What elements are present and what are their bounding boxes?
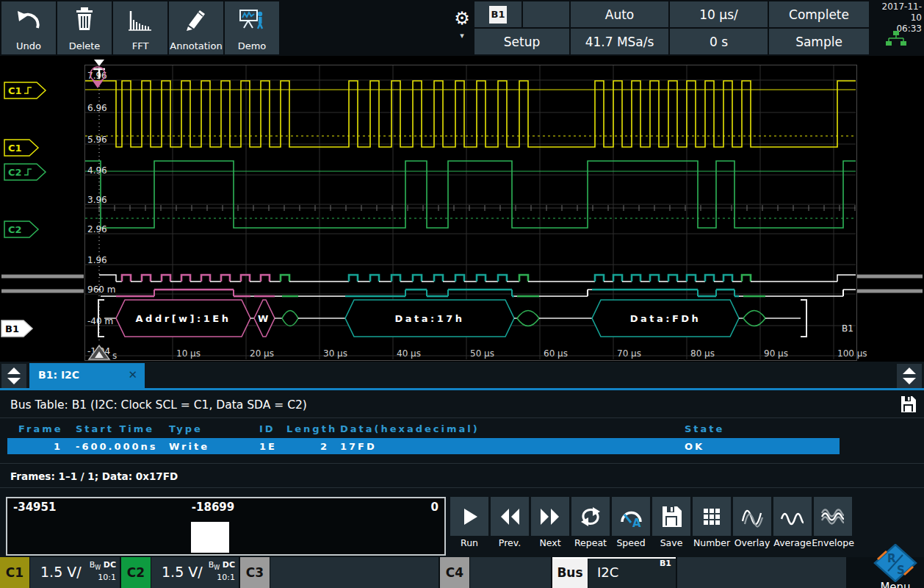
delete-button[interactable]: Delete (57, 1, 112, 54)
bus-badge[interactable]: Bus (552, 557, 588, 588)
bus-panel-highlight (552, 557, 676, 559)
sample-rate-cell[interactable]: 41.7 MSa/s (571, 29, 668, 54)
col-header-start-time: Start Time (76, 423, 154, 434)
envelope-button[interactable] (814, 497, 852, 536)
waveform-display[interactable]: Addr[w]:1EhWData:17hData:FDhB1C1C1C2C2B1… (0, 56, 924, 362)
tab-scroll-left-button[interactable] (1, 364, 26, 388)
scl-digital-pulse (261, 275, 270, 282)
channel-panel-c1[interactable]: 1.5 V/ BW DC 10:1 (30, 557, 120, 588)
scl-digital-pulse (498, 275, 507, 282)
col-header-type: Type (169, 423, 203, 434)
bus-ack-symbol (517, 311, 539, 326)
number-button[interactable] (693, 497, 731, 536)
bus-b1-status-cell[interactable]: B1 (474, 1, 521, 27)
x-axis-label: 20 µs (250, 348, 274, 359)
row-frame: 1 (18, 441, 62, 452)
scl-digital-pulse (201, 275, 210, 282)
tab-b1-i2c[interactable]: B1: I2C ✕ (29, 363, 145, 388)
channel-badge-c3[interactable]: C3 (240, 557, 270, 588)
scl-digital-pulse (281, 275, 289, 282)
y-axis-label: 960 m (87, 284, 115, 295)
acquisition-state-cell[interactable]: Complete (769, 1, 869, 27)
bus-badge-label: Bus (557, 565, 582, 580)
channel-panel-c4[interactable] (470, 557, 551, 588)
x-axis-label: 40 µs (397, 348, 421, 359)
run-button[interactable] (450, 497, 488, 536)
channel-badge-c1[interactable]: C1 (0, 557, 29, 588)
channel-marker-label: C2 (8, 224, 22, 235)
separator (0, 417, 924, 418)
demo-label: Demo (225, 40, 279, 51)
channel-badge-c2[interactable]: C2 (121, 557, 151, 588)
c1-badge-label: C1 (6, 565, 24, 580)
prev-button[interactable] (491, 497, 529, 536)
y-axis-label: -40 m (87, 316, 113, 326)
chevron-down-icon: ▾ (450, 31, 474, 40)
overlay-button[interactable] (733, 497, 771, 536)
annotation-button[interactable]: Annotation (169, 1, 223, 54)
row-data: 17FD (340, 441, 377, 452)
col-header-frame: Frame (18, 423, 63, 434)
scl-digital-pulse (668, 275, 677, 282)
scl-digital (99, 275, 116, 282)
table-scrollbar[interactable]: -34951 -18699 0 (6, 497, 446, 556)
channel-bar: C1 1.5 V/ BW DC 10:1 C2 1.5 V/ BW DC 10:… (0, 557, 924, 588)
save-button[interactable] (652, 497, 690, 536)
speed-button[interactable]: A (612, 497, 650, 536)
trash-icon (68, 5, 101, 35)
scl-digital-pulse (742, 275, 751, 282)
bus-table-title: Bus Table: B1 (I2C: Clock SCL = C1, Data… (10, 398, 307, 412)
x-axis-label: 50 µs (470, 348, 494, 359)
scrollbar-handle[interactable] (191, 522, 229, 553)
average-button[interactable] (773, 497, 812, 536)
row-type: Write (169, 441, 209, 452)
demo-button[interactable]: Demo (225, 1, 279, 54)
tab-scroll-right-button[interactable] (897, 364, 922, 388)
acquisition-mode-cell[interactable]: Sample (769, 29, 869, 54)
horizontal-position-cell[interactable]: 0 s (670, 29, 768, 54)
y-axis-label: 6.96 (87, 103, 107, 113)
y-axis-label: 2.96 (87, 224, 107, 234)
channel-panel-c2[interactable]: 1.5 V/ BW DC 10:1 (151, 557, 239, 588)
empty-status-cell[interactable] (523, 1, 569, 27)
c3-badge-label: C3 (246, 565, 264, 580)
y-axis-label: 3.96 (87, 195, 107, 205)
tab-label: B1: I2C (38, 369, 79, 381)
timebase-cell[interactable]: 10 µs/ (670, 1, 768, 27)
close-icon[interactable]: ✕ (128, 368, 137, 381)
svg-text:R: R (887, 552, 896, 565)
oscilloscope-screen: Undo Delete FF (0, 0, 924, 588)
channel-badge-c4[interactable]: C4 (440, 557, 469, 588)
next-button[interactable] (531, 497, 569, 536)
fft-button[interactable]: FFT (113, 1, 167, 54)
save-floppy-icon (899, 395, 918, 414)
envelope-wave-icon (820, 503, 846, 530)
channel-marker-label: C1 (8, 143, 22, 154)
c1-trace (85, 81, 856, 147)
save-table-button[interactable] (899, 395, 918, 417)
save-floppy-icon (658, 503, 685, 530)
scl-digital-pulse (650, 275, 659, 282)
scl-digital-pulse (181, 275, 190, 282)
date-text: 2017-11-10 (872, 1, 922, 24)
scl-digital-pulse (455, 275, 464, 282)
trigger-level-marker (93, 81, 103, 88)
undo-button[interactable]: Undo (1, 1, 56, 54)
repeat-button[interactable] (571, 497, 610, 536)
channel-panel-c3[interactable] (270, 557, 438, 588)
scl-digital-pulse (413, 275, 422, 282)
rewind-icon (497, 503, 523, 530)
bus-panel-i2c[interactable]: I2C B1 (588, 557, 676, 588)
waveform-plot: Addr[w]:1EhWData:17hData:FDhB1C1C1C2C2B1… (0, 56, 924, 362)
empty-panel[interactable] (677, 557, 846, 588)
c2-badge-label: C2 (127, 565, 145, 580)
menu-button[interactable]: R S Menu (871, 544, 920, 588)
x-axis-label: 90 µs (764, 348, 788, 359)
settings-gear-button[interactable]: ⚙ ▾ (450, 0, 474, 56)
setup-cell[interactable]: Setup (474, 29, 569, 54)
bus-frame-label: W (258, 313, 271, 324)
fft-spectrum-icon (124, 5, 156, 35)
trigger-mode-cell[interactable]: Auto (571, 1, 668, 27)
x-axis-label: 60 µs (544, 348, 568, 359)
separator (0, 463, 924, 464)
